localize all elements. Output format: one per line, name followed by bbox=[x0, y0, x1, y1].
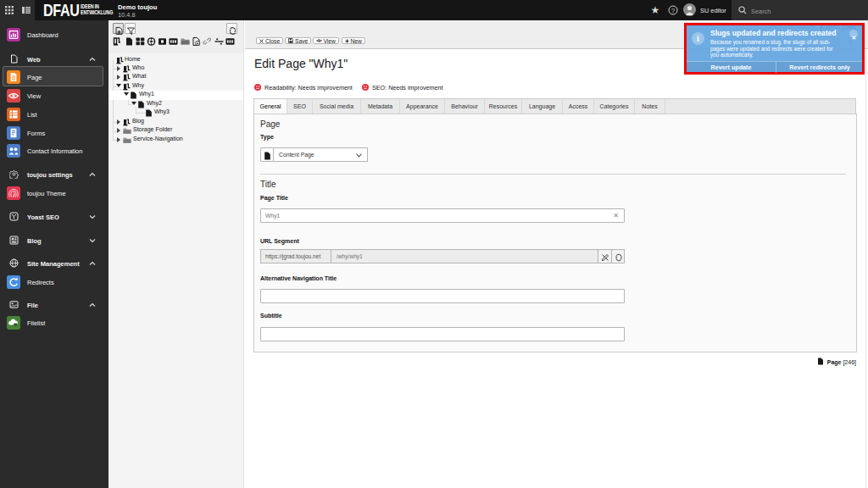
svg-text:?: ? bbox=[671, 7, 676, 14]
